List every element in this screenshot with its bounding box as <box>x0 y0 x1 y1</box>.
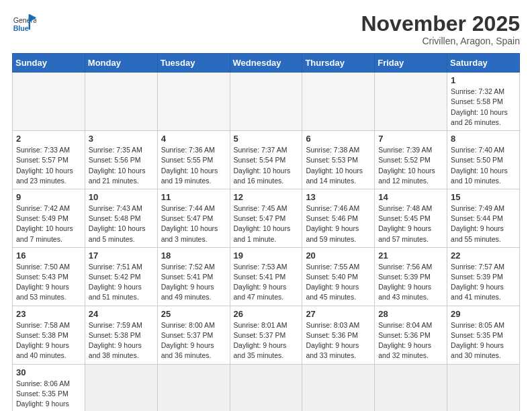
day-info: Sunrise: 8:01 AM Sunset: 5:37 PM Dayligh… <box>234 320 299 361</box>
day-number: 1 <box>451 75 516 85</box>
day-info: Sunrise: 7:42 AM Sunset: 5:49 PM Dayligh… <box>16 203 81 244</box>
week-row-2: 2Sunrise: 7:33 AM Sunset: 5:57 PM Daylig… <box>13 131 520 189</box>
day-info: Sunrise: 7:49 AM Sunset: 5:44 PM Dayligh… <box>451 203 516 244</box>
day-info: Sunrise: 7:37 AM Sunset: 5:54 PM Dayligh… <box>234 145 299 186</box>
calendar-cell: 28Sunrise: 8:04 AM Sunset: 5:36 PM Dayli… <box>375 306 447 364</box>
day-number: 9 <box>16 192 81 202</box>
week-row-5: 23Sunrise: 7:58 AM Sunset: 5:38 PM Dayli… <box>13 306 520 364</box>
calendar-table: SundayMondayTuesdayWednesdayThursdayFrid… <box>12 53 520 411</box>
calendar-cell: 3Sunrise: 7:35 AM Sunset: 5:56 PM Daylig… <box>85 131 157 189</box>
title-block: November 2025 Crivillen, Aragon, Spain <box>361 12 520 46</box>
day-info: Sunrise: 7:53 AM Sunset: 5:41 PM Dayligh… <box>234 262 299 303</box>
day-info: Sunrise: 7:57 AM Sunset: 5:39 PM Dayligh… <box>451 262 516 303</box>
day-number: 6 <box>306 134 371 144</box>
day-info: Sunrise: 8:00 AM Sunset: 5:37 PM Dayligh… <box>161 320 226 361</box>
day-number: 30 <box>16 367 81 377</box>
calendar-cell: 8Sunrise: 7:40 AM Sunset: 5:50 PM Daylig… <box>447 131 520 189</box>
day-info: Sunrise: 7:56 AM Sunset: 5:39 PM Dayligh… <box>378 262 443 303</box>
day-info: Sunrise: 7:48 AM Sunset: 5:45 PM Dayligh… <box>378 203 443 244</box>
calendar-cell <box>13 73 85 131</box>
day-number: 17 <box>89 250 154 261</box>
calendar-cell: 30Sunrise: 8:06 AM Sunset: 5:35 PM Dayli… <box>13 364 85 411</box>
day-number: 3 <box>89 134 154 144</box>
calendar-cell: 16Sunrise: 7:50 AM Sunset: 5:43 PM Dayli… <box>13 247 85 306</box>
day-info: Sunrise: 8:04 AM Sunset: 5:36 PM Dayligh… <box>378 320 443 361</box>
calendar-cell <box>85 73 157 131</box>
day-info: Sunrise: 7:33 AM Sunset: 5:57 PM Dayligh… <box>16 145 81 186</box>
day-info: Sunrise: 7:55 AM Sunset: 5:40 PM Dayligh… <box>306 262 371 303</box>
calendar-cell: 18Sunrise: 7:52 AM Sunset: 5:41 PM Dayli… <box>157 247 230 306</box>
day-info: Sunrise: 7:59 AM Sunset: 5:38 PM Dayligh… <box>89 320 154 361</box>
day-number: 12 <box>234 192 299 202</box>
day-info: Sunrise: 7:35 AM Sunset: 5:56 PM Dayligh… <box>89 145 154 186</box>
day-number: 22 <box>451 250 516 261</box>
day-number: 14 <box>378 192 443 202</box>
day-number: 13 <box>306 192 371 202</box>
week-row-4: 16Sunrise: 7:50 AM Sunset: 5:43 PM Dayli… <box>13 247 520 306</box>
calendar-cell: 9Sunrise: 7:42 AM Sunset: 5:49 PM Daylig… <box>13 189 85 247</box>
calendar-cell <box>85 364 157 411</box>
calendar-cell: 24Sunrise: 7:59 AM Sunset: 5:38 PM Dayli… <box>85 306 157 364</box>
calendar-cell: 1Sunrise: 7:32 AM Sunset: 5:58 PM Daylig… <box>447 73 520 131</box>
day-number: 5 <box>234 134 299 144</box>
calendar-cell: 13Sunrise: 7:46 AM Sunset: 5:46 PM Dayli… <box>302 189 375 247</box>
weekday-header-sunday: Sunday <box>13 54 85 73</box>
calendar-cell: 17Sunrise: 7:51 AM Sunset: 5:42 PM Dayli… <box>85 247 157 306</box>
weekday-header-thursday: Thursday <box>302 54 375 73</box>
location-subtitle: Crivillen, Aragon, Spain <box>361 36 520 46</box>
calendar-cell: 6Sunrise: 7:38 AM Sunset: 5:53 PM Daylig… <box>302 131 375 189</box>
page-header: General Blue November 2025 Crivillen, Ar… <box>12 12 520 46</box>
calendar-cell: 26Sunrise: 8:01 AM Sunset: 5:37 PM Dayli… <box>230 306 302 364</box>
calendar-cell: 25Sunrise: 8:00 AM Sunset: 5:37 PM Dayli… <box>157 306 230 364</box>
calendar-cell: 10Sunrise: 7:43 AM Sunset: 5:48 PM Dayli… <box>85 189 157 247</box>
day-info: Sunrise: 7:40 AM Sunset: 5:50 PM Dayligh… <box>451 145 516 186</box>
calendar-cell <box>230 364 302 411</box>
day-number: 7 <box>378 134 443 144</box>
day-info: Sunrise: 7:44 AM Sunset: 5:47 PM Dayligh… <box>161 203 226 244</box>
weekday-header-row: SundayMondayTuesdayWednesdayThursdayFrid… <box>13 54 520 73</box>
calendar-cell <box>302 364 375 411</box>
day-number: 25 <box>161 309 226 319</box>
day-number: 27 <box>306 309 371 319</box>
day-number: 16 <box>16 250 81 261</box>
day-number: 26 <box>234 309 299 319</box>
day-info: Sunrise: 7:50 AM Sunset: 5:43 PM Dayligh… <box>16 262 81 303</box>
day-info: Sunrise: 7:52 AM Sunset: 5:41 PM Dayligh… <box>161 262 226 303</box>
day-number: 20 <box>306 250 371 261</box>
day-number: 19 <box>234 250 299 261</box>
calendar-cell: 29Sunrise: 8:05 AM Sunset: 5:35 PM Dayli… <box>447 306 520 364</box>
calendar-cell <box>157 364 230 411</box>
weekday-header-tuesday: Tuesday <box>157 54 230 73</box>
logo-icon: General Blue <box>12 12 36 36</box>
day-info: Sunrise: 7:39 AM Sunset: 5:52 PM Dayligh… <box>378 145 443 186</box>
calendar-cell: 7Sunrise: 7:39 AM Sunset: 5:52 PM Daylig… <box>375 131 447 189</box>
day-info: Sunrise: 7:36 AM Sunset: 5:55 PM Dayligh… <box>161 145 226 186</box>
calendar-cell: 11Sunrise: 7:44 AM Sunset: 5:47 PM Dayli… <box>157 189 230 247</box>
logo: General Blue <box>12 12 36 36</box>
day-info: Sunrise: 7:32 AM Sunset: 5:58 PM Dayligh… <box>451 87 516 128</box>
calendar-cell: 12Sunrise: 7:45 AM Sunset: 5:47 PM Dayli… <box>230 189 302 247</box>
day-info: Sunrise: 7:45 AM Sunset: 5:47 PM Dayligh… <box>234 203 299 244</box>
weekday-header-saturday: Saturday <box>447 54 520 73</box>
day-info: Sunrise: 7:38 AM Sunset: 5:53 PM Dayligh… <box>306 145 371 186</box>
week-row-1: 1Sunrise: 7:32 AM Sunset: 5:58 PM Daylig… <box>13 73 520 131</box>
day-info: Sunrise: 7:43 AM Sunset: 5:48 PM Dayligh… <box>89 203 154 244</box>
day-info: Sunrise: 8:06 AM Sunset: 5:35 PM Dayligh… <box>16 379 81 411</box>
day-number: 23 <box>16 309 81 319</box>
weekday-header-wednesday: Wednesday <box>230 54 302 73</box>
calendar-cell: 15Sunrise: 7:49 AM Sunset: 5:44 PM Dayli… <box>447 189 520 247</box>
svg-rect-3 <box>29 14 30 30</box>
calendar-cell: 2Sunrise: 7:33 AM Sunset: 5:57 PM Daylig… <box>13 131 85 189</box>
calendar-cell: 19Sunrise: 7:53 AM Sunset: 5:41 PM Dayli… <box>230 247 302 306</box>
calendar-cell: 21Sunrise: 7:56 AM Sunset: 5:39 PM Dayli… <box>375 247 447 306</box>
day-number: 8 <box>451 134 516 144</box>
calendar-cell <box>302 73 375 131</box>
day-number: 15 <box>451 192 516 202</box>
day-number: 24 <box>89 309 154 319</box>
calendar-cell <box>375 364 447 411</box>
week-row-3: 9Sunrise: 7:42 AM Sunset: 5:49 PM Daylig… <box>13 189 520 247</box>
calendar-cell: 22Sunrise: 7:57 AM Sunset: 5:39 PM Dayli… <box>447 247 520 306</box>
month-title: November 2025 <box>361 12 520 36</box>
day-info: Sunrise: 8:03 AM Sunset: 5:36 PM Dayligh… <box>306 320 371 361</box>
day-number: 21 <box>378 250 443 261</box>
